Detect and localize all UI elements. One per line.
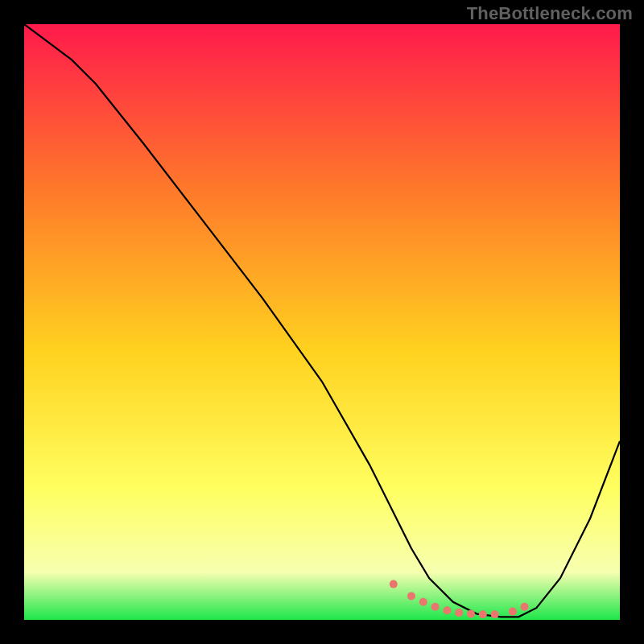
marker-point xyxy=(479,610,487,618)
gradient-background xyxy=(24,24,620,620)
marker-point xyxy=(521,603,529,611)
marker-point xyxy=(455,609,463,617)
marker-point xyxy=(390,580,398,588)
chart-svg xyxy=(24,24,620,620)
marker-point xyxy=(443,606,451,614)
watermark-text: TheBottleneck.com xyxy=(467,3,633,24)
marker-point xyxy=(419,598,427,606)
marker-point xyxy=(491,610,499,618)
plot-area xyxy=(24,24,620,620)
chart-frame: TheBottleneck.com xyxy=(0,0,644,644)
marker-point xyxy=(407,592,415,600)
marker-point xyxy=(509,608,517,616)
marker-point xyxy=(467,610,475,618)
marker-point xyxy=(431,603,440,611)
